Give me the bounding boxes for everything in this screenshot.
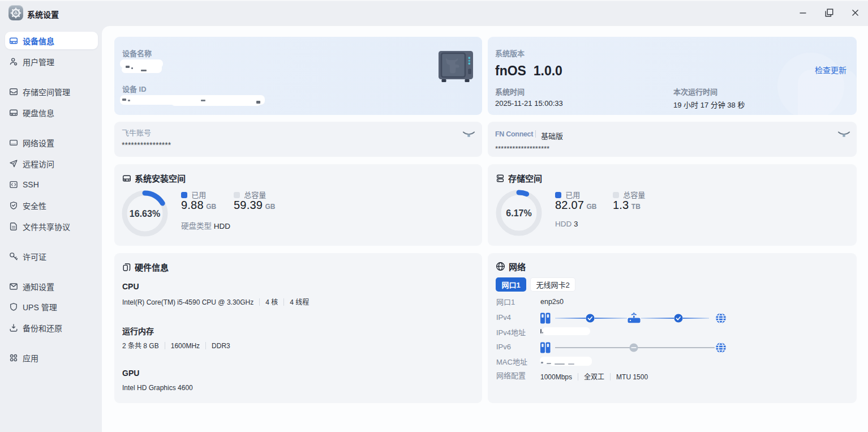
svg-text:16.63%: 16.63% — [130, 209, 160, 219]
svg-text:6.17%: 6.17% — [506, 208, 531, 218]
